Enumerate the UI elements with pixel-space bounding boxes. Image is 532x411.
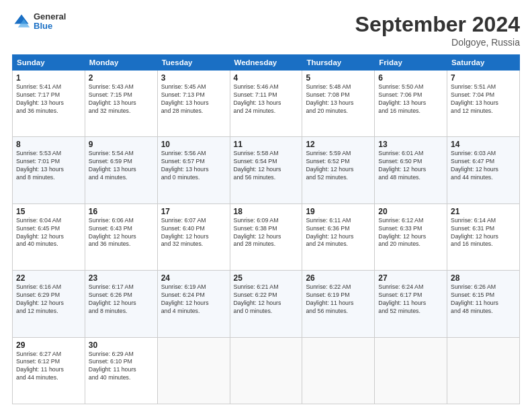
calendar-cell xyxy=(157,337,230,404)
col-header-saturday: Saturday xyxy=(447,55,520,71)
calendar-header-row: SundayMondayTuesdayWednesdayThursdayFrid… xyxy=(13,55,520,71)
day-number: 18 xyxy=(234,207,299,216)
day-info: Sunrise: 6:07 AM Sunset: 6:40 PM Dayligh… xyxy=(161,217,226,249)
col-header-thursday: Thursday xyxy=(302,55,375,71)
day-info: Sunrise: 6:27 AM Sunset: 6:12 PM Dayligh… xyxy=(16,351,81,383)
calendar-cell: 3Sunrise: 5:45 AM Sunset: 7:13 PM Daylig… xyxy=(157,71,230,137)
calendar-cell: 18Sunrise: 6:09 AM Sunset: 6:38 PM Dayli… xyxy=(230,203,302,270)
location: Dolgoye, Russia xyxy=(355,37,520,48)
title-block: September 2024 Dolgoye, Russia xyxy=(355,12,520,48)
day-number: 9 xyxy=(89,140,154,149)
col-header-monday: Monday xyxy=(85,55,157,71)
day-info: Sunrise: 6:22 AM Sunset: 6:19 PM Dayligh… xyxy=(306,283,371,316)
day-number: 19 xyxy=(306,207,371,216)
day-info: Sunrise: 6:06 AM Sunset: 6:43 PM Dayligh… xyxy=(89,217,154,249)
day-info: Sunrise: 5:50 AM Sunset: 7:06 PM Dayligh… xyxy=(378,83,443,116)
calendar-cell: 24Sunrise: 6:19 AM Sunset: 6:24 PM Dayli… xyxy=(157,271,230,337)
day-info: Sunrise: 5:53 AM Sunset: 7:01 PM Dayligh… xyxy=(16,150,81,182)
logo-icon xyxy=(12,12,31,31)
day-number: 4 xyxy=(234,73,299,83)
day-number: 8 xyxy=(16,140,81,149)
day-info: Sunrise: 6:11 AM Sunset: 6:36 PM Dayligh… xyxy=(306,217,371,249)
calendar-cell xyxy=(447,337,520,404)
day-info: Sunrise: 6:12 AM Sunset: 6:33 PM Dayligh… xyxy=(378,217,443,249)
day-number: 16 xyxy=(89,207,154,216)
calendar-cell: 2Sunrise: 5:43 AM Sunset: 7:15 PM Daylig… xyxy=(85,71,157,137)
day-info: Sunrise: 6:21 AM Sunset: 6:22 PM Dayligh… xyxy=(234,283,299,316)
day-number: 15 xyxy=(16,207,81,216)
month-title: September 2024 xyxy=(355,12,520,37)
logo: General Blue xyxy=(12,12,66,32)
calendar-cell: 25Sunrise: 6:21 AM Sunset: 6:22 PM Dayli… xyxy=(230,271,302,337)
day-number: 1 xyxy=(16,73,81,83)
day-info: Sunrise: 5:43 AM Sunset: 7:15 PM Dayligh… xyxy=(89,83,154,116)
day-info: Sunrise: 5:56 AM Sunset: 6:57 PM Dayligh… xyxy=(161,150,226,182)
calendar-week-row: 8Sunrise: 5:53 AM Sunset: 7:01 PM Daylig… xyxy=(13,137,520,203)
calendar-cell: 5Sunrise: 5:48 AM Sunset: 7:08 PM Daylig… xyxy=(302,71,375,137)
day-info: Sunrise: 6:04 AM Sunset: 6:45 PM Dayligh… xyxy=(16,217,81,249)
calendar-cell: 6Sunrise: 5:50 AM Sunset: 7:06 PM Daylig… xyxy=(375,71,447,137)
col-header-tuesday: Tuesday xyxy=(157,55,230,71)
day-number: 11 xyxy=(234,140,299,149)
day-info: Sunrise: 6:16 AM Sunset: 6:29 PM Dayligh… xyxy=(16,283,81,316)
day-number: 26 xyxy=(306,273,371,283)
day-info: Sunrise: 5:48 AM Sunset: 7:08 PM Dayligh… xyxy=(306,83,371,116)
calendar-cell: 8Sunrise: 5:53 AM Sunset: 7:01 PM Daylig… xyxy=(13,137,85,203)
day-number: 25 xyxy=(234,273,299,283)
day-info: Sunrise: 6:01 AM Sunset: 6:50 PM Dayligh… xyxy=(378,150,443,182)
calendar-cell: 27Sunrise: 6:24 AM Sunset: 6:17 PM Dayli… xyxy=(375,271,447,337)
calendar-cell: 16Sunrise: 6:06 AM Sunset: 6:43 PM Dayli… xyxy=(85,203,157,270)
calendar-cell: 30Sunrise: 6:29 AM Sunset: 6:10 PM Dayli… xyxy=(85,337,157,404)
day-number: 7 xyxy=(451,73,516,83)
calendar-cell: 7Sunrise: 5:51 AM Sunset: 7:04 PM Daylig… xyxy=(447,71,520,137)
day-info: Sunrise: 6:03 AM Sunset: 6:47 PM Dayligh… xyxy=(451,150,516,182)
day-number: 5 xyxy=(306,73,371,83)
calendar: SundayMondayTuesdayWednesdayThursdayFrid… xyxy=(12,54,520,404)
day-number: 10 xyxy=(161,140,226,149)
calendar-cell: 21Sunrise: 6:14 AM Sunset: 6:31 PM Dayli… xyxy=(447,203,520,270)
day-number: 22 xyxy=(16,273,81,283)
calendar-cell: 20Sunrise: 6:12 AM Sunset: 6:33 PM Dayli… xyxy=(375,203,447,270)
calendar-cell: 29Sunrise: 6:27 AM Sunset: 6:12 PM Dayli… xyxy=(13,337,85,404)
calendar-cell: 9Sunrise: 5:54 AM Sunset: 6:59 PM Daylig… xyxy=(85,137,157,203)
calendar-cell: 11Sunrise: 5:58 AM Sunset: 6:54 PM Dayli… xyxy=(230,137,302,203)
day-info: Sunrise: 5:58 AM Sunset: 6:54 PM Dayligh… xyxy=(234,150,299,182)
day-number: 13 xyxy=(378,140,443,149)
logo-blue: Blue xyxy=(34,21,66,31)
calendar-cell: 15Sunrise: 6:04 AM Sunset: 6:45 PM Dayli… xyxy=(13,203,85,270)
calendar-cell: 1Sunrise: 5:41 AM Sunset: 7:17 PM Daylig… xyxy=(13,71,85,137)
calendar-cell: 23Sunrise: 6:17 AM Sunset: 6:26 PM Dayli… xyxy=(85,271,157,337)
col-header-wednesday: Wednesday xyxy=(230,55,302,71)
day-info: Sunrise: 5:51 AM Sunset: 7:04 PM Dayligh… xyxy=(451,83,516,116)
day-number: 27 xyxy=(378,273,443,283)
col-header-friday: Friday xyxy=(375,55,447,71)
calendar-cell: 28Sunrise: 6:26 AM Sunset: 6:15 PM Dayli… xyxy=(447,271,520,337)
day-number: 21 xyxy=(451,207,516,216)
day-number: 3 xyxy=(161,73,226,83)
day-info: Sunrise: 6:26 AM Sunset: 6:15 PM Dayligh… xyxy=(451,283,516,316)
day-info: Sunrise: 6:24 AM Sunset: 6:17 PM Dayligh… xyxy=(378,283,443,316)
day-number: 23 xyxy=(89,273,154,283)
logo-text: General Blue xyxy=(34,12,66,32)
day-info: Sunrise: 5:59 AM Sunset: 6:52 PM Dayligh… xyxy=(306,150,371,182)
calendar-cell: 22Sunrise: 6:16 AM Sunset: 6:29 PM Dayli… xyxy=(13,271,85,337)
day-number: 17 xyxy=(161,207,226,216)
day-number: 30 xyxy=(89,340,154,350)
day-number: 24 xyxy=(161,273,226,283)
calendar-cell xyxy=(375,337,447,404)
calendar-cell: 4Sunrise: 5:46 AM Sunset: 7:11 PM Daylig… xyxy=(230,71,302,137)
col-header-sunday: Sunday xyxy=(13,55,85,71)
calendar-cell: 12Sunrise: 5:59 AM Sunset: 6:52 PM Dayli… xyxy=(302,137,375,203)
day-number: 6 xyxy=(378,73,443,83)
day-number: 20 xyxy=(378,207,443,216)
day-number: 12 xyxy=(306,140,371,149)
calendar-week-row: 22Sunrise: 6:16 AM Sunset: 6:29 PM Dayli… xyxy=(13,271,520,337)
page: General Blue September 2024 Dolgoye, Rus… xyxy=(0,0,532,411)
logo-general: General xyxy=(34,12,66,21)
calendar-week-row: 29Sunrise: 6:27 AM Sunset: 6:12 PM Dayli… xyxy=(13,337,520,404)
day-info: Sunrise: 6:14 AM Sunset: 6:31 PM Dayligh… xyxy=(451,217,516,249)
day-info: Sunrise: 6:19 AM Sunset: 6:24 PM Dayligh… xyxy=(161,283,226,316)
calendar-cell: 17Sunrise: 6:07 AM Sunset: 6:40 PM Dayli… xyxy=(157,203,230,270)
calendar-cell: 13Sunrise: 6:01 AM Sunset: 6:50 PM Dayli… xyxy=(375,137,447,203)
day-info: Sunrise: 6:17 AM Sunset: 6:26 PM Dayligh… xyxy=(89,283,154,316)
